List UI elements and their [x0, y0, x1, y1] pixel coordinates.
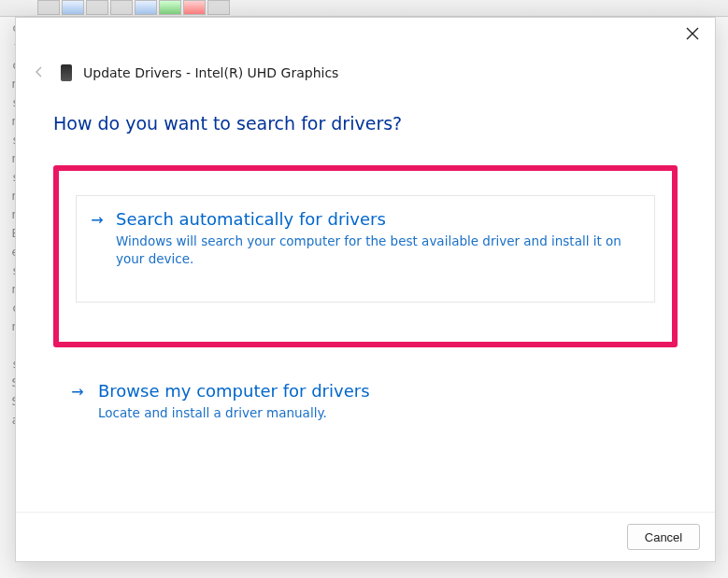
driver-icon	[61, 64, 72, 81]
arrow-right-icon: →	[70, 381, 85, 403]
option-title: Search automatically for drivers	[116, 209, 637, 229]
option-search-automatically[interactable]: → Search automatically for drivers Windo…	[53, 165, 678, 347]
close-icon	[686, 26, 699, 44]
background-toolbar	[0, 0, 728, 17]
cancel-button[interactable]: Cancel	[627, 524, 700, 550]
dialog-title: Update Drivers - Intel(R) UHD Graphics	[83, 65, 338, 80]
dialog-body: How do you want to search for drivers? →…	[16, 83, 715, 512]
close-button[interactable]	[679, 23, 706, 46]
dialog-header: Update Drivers - Intel(R) UHD Graphics	[16, 18, 715, 83]
option-description: Locate and install a driver manually.	[98, 404, 661, 422]
dialog-footer: Cancel	[16, 512, 715, 561]
back-arrow-icon	[33, 64, 46, 82]
wizard-question: How do you want to search for drivers?	[53, 113, 678, 134]
back-button[interactable]	[29, 63, 50, 83]
arrow-right-icon: →	[90, 209, 105, 232]
option-title: Browse my computer for drivers	[98, 381, 661, 401]
option-description: Windows will search your computer for th…	[116, 233, 637, 268]
update-drivers-dialog: Update Drivers - Intel(R) UHD Graphics H…	[15, 17, 716, 562]
option-browse-computer[interactable]: → Browse my computer for drivers Locate …	[53, 368, 678, 439]
